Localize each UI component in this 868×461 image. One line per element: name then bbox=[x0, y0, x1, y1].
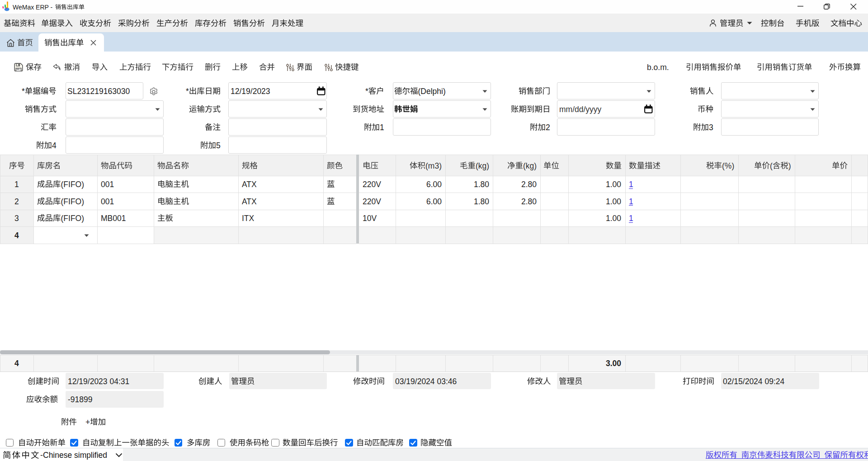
svg-text:+: + bbox=[85, 418, 90, 427]
svg-text:02/15/2024 09:24: 02/15/2024 09:24 bbox=[723, 377, 785, 386]
svg-text:12/19/2023: 12/19/2023 bbox=[231, 87, 270, 96]
svg-text:2: 2 bbox=[14, 197, 19, 206]
svg-text:4: 4 bbox=[14, 230, 19, 240]
svg-text:ITX: ITX bbox=[242, 214, 255, 223]
svg-text:1.00: 1.00 bbox=[606, 214, 621, 223]
svg-text:(FIFO): (FIFO) bbox=[61, 214, 85, 223]
svg-text:001: 001 bbox=[101, 197, 114, 206]
svg-text:4: 4 bbox=[52, 141, 57, 150]
svg-text:(FIFO): (FIFO) bbox=[61, 180, 85, 189]
svg-text:Chinese simplified: Chinese simplified bbox=[43, 451, 107, 460]
svg-text:10V: 10V bbox=[363, 214, 377, 223]
svg-text:(kg): (kg) bbox=[476, 161, 489, 170]
svg-text:(Delphi): (Delphi) bbox=[418, 87, 446, 96]
svg-text:6.00: 6.00 bbox=[426, 180, 442, 189]
svg-text:1: 1 bbox=[629, 180, 633, 189]
svg-text:1.80: 1.80 bbox=[474, 197, 489, 206]
svg-text:MB001: MB001 bbox=[101, 214, 126, 223]
svg-text:220V: 220V bbox=[363, 180, 381, 189]
svg-text:(%): (%) bbox=[722, 161, 734, 170]
svg-text:4: 4 bbox=[14, 359, 19, 368]
svg-text:(FIFO): (FIFO) bbox=[61, 197, 85, 206]
svg-text:1: 1 bbox=[629, 214, 633, 223]
svg-text:): ) bbox=[788, 161, 791, 170]
svg-text:ATX: ATX bbox=[242, 180, 257, 189]
svg-text:1: 1 bbox=[629, 197, 633, 206]
svg-text:1: 1 bbox=[380, 123, 384, 132]
svg-text:3.00: 3.00 bbox=[606, 359, 621, 368]
svg-text:b.o.m.: b.o.m. bbox=[647, 63, 669, 72]
svg-text:-91899: -91899 bbox=[68, 395, 93, 404]
svg-text:(kg): (kg) bbox=[523, 161, 537, 170]
svg-text:WeMax ERP -: WeMax ERP - bbox=[13, 4, 53, 11]
svg-text:220V: 220V bbox=[363, 197, 381, 206]
svg-text:1.00: 1.00 bbox=[606, 197, 621, 206]
svg-text:(: ( bbox=[770, 161, 773, 170]
svg-text:*: * bbox=[22, 87, 25, 96]
svg-text:1: 1 bbox=[14, 180, 19, 189]
svg-text:3: 3 bbox=[709, 123, 713, 132]
svg-text:1.80: 1.80 bbox=[474, 180, 489, 189]
svg-text:*: * bbox=[365, 87, 368, 96]
svg-text:2.80: 2.80 bbox=[521, 180, 537, 189]
svg-text:2.80: 2.80 bbox=[521, 197, 537, 206]
svg-text:SL231219163030: SL231219163030 bbox=[67, 87, 130, 96]
svg-text:1.00: 1.00 bbox=[606, 180, 621, 189]
svg-text:5: 5 bbox=[216, 141, 221, 150]
svg-text:12/19/2023 04:31: 12/19/2023 04:31 bbox=[68, 377, 129, 386]
svg-text:*: * bbox=[186, 87, 189, 96]
svg-text:001: 001 bbox=[101, 180, 114, 189]
svg-text:03/19/2024 03:46: 03/19/2024 03:46 bbox=[395, 377, 457, 386]
svg-text:(m3): (m3) bbox=[425, 161, 442, 170]
svg-text:2: 2 bbox=[546, 123, 550, 132]
svg-text:-: - bbox=[40, 451, 43, 460]
svg-text:ATX: ATX bbox=[242, 197, 257, 206]
svg-text:mm/dd/yyyy: mm/dd/yyyy bbox=[559, 105, 602, 114]
svg-text:3: 3 bbox=[14, 214, 19, 223]
svg-text:6.00: 6.00 bbox=[426, 197, 442, 206]
